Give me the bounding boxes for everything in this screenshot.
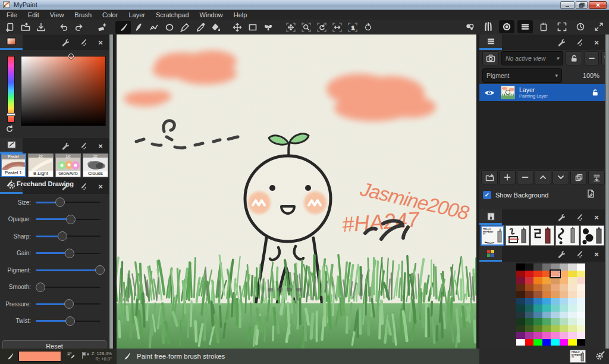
size-slider[interactable]: [36, 197, 101, 207]
close-panel-icon[interactable]: ×: [94, 181, 107, 192]
gain-slider[interactable]: [36, 249, 101, 258]
palette-swatch[interactable]: [542, 318, 551, 325]
close-panel-icon[interactable]: ×: [590, 37, 603, 48]
palette-swatch[interactable]: [542, 312, 551, 319]
palette-swatch[interactable]: [551, 291, 560, 298]
unlock-icon[interactable]: [591, 89, 599, 96]
palette-swatch[interactable]: [551, 332, 560, 339]
palette-swatch[interactable]: [568, 332, 577, 339]
symmetry-toggle-icon[interactable]: [462, 20, 478, 33]
zoom-1to1-icon[interactable]: 1: [345, 21, 360, 34]
open-file-icon[interactable]: [18, 21, 33, 34]
expand-panels-icon[interactable]: [591, 20, 607, 33]
tab-layers[interactable]: [479, 34, 502, 50]
brush-preset-clouds[interactable]: 1x: Clouds: [83, 153, 108, 177]
panel-settings-icon[interactable]: [76, 181, 89, 192]
pigment-slider[interactable]: [36, 265, 101, 275]
restore-button[interactable]: [576, 1, 588, 9]
menu-file[interactable]: File: [1, 10, 23, 20]
palette-swatch[interactable]: [525, 263, 534, 271]
brush-list-icon[interactable]: [481, 20, 496, 33]
right-panel-scrollbar[interactable]: [605, 34, 609, 349]
palette-swatch[interactable]: [533, 312, 542, 319]
menu-brush[interactable]: Brush: [69, 10, 97, 20]
zoom-view-icon[interactable]: [299, 21, 314, 34]
palette-swatch[interactable]: [560, 277, 569, 284]
palette-swatch[interactable]: [533, 305, 542, 312]
current-color-swatch[interactable]: [18, 351, 61, 362]
palette-swatch[interactable]: [568, 284, 577, 291]
palette-swatch[interactable]: [577, 271, 586, 278]
show-background-checkbox[interactable]: ✓: [483, 191, 491, 199]
eye-icon[interactable]: [484, 89, 495, 96]
palette-swatch[interactable]: [577, 291, 586, 298]
tab-palette[interactable]: [479, 246, 502, 262]
curve-tool-icon[interactable]: [177, 21, 193, 34]
palette-swatch[interactable]: [516, 312, 525, 319]
palette-swatch[interactable]: [577, 305, 586, 312]
tab-color-picker[interactable]: [0, 34, 23, 50]
menu-window[interactable]: Window: [194, 10, 228, 20]
palette-swatch[interactable]: [577, 263, 586, 271]
palette-swatch[interactable]: [560, 291, 569, 298]
palette-swatch[interactable]: [533, 298, 542, 305]
hue-marker[interactable]: [7, 113, 15, 116]
palette-swatch[interactable]: [542, 339, 551, 346]
new-layer-group-button[interactable]: [481, 170, 498, 184]
brush-settings-gear-icon[interactable]: [595, 351, 605, 363]
palette-swatch[interactable]: [525, 277, 534, 284]
palette-swatch[interactable]: [525, 305, 534, 312]
slider-handle[interactable]: [65, 249, 74, 258]
palette-swatch[interactable]: [516, 339, 525, 346]
left-panel-scrollbar[interactable]: [109, 34, 113, 349]
history-clock-icon[interactable]: [573, 20, 588, 33]
move-layer-icon[interactable]: [230, 21, 245, 34]
palette-swatch[interactable]: [533, 277, 542, 284]
current-brush-thumbnail[interactable]: HELLOMYPAINT!!!: [570, 350, 586, 363]
palette-swatch[interactable]: [525, 291, 534, 298]
palette-swatch[interactable]: [577, 339, 586, 346]
saturation-value-square[interactable]: [21, 56, 106, 126]
close-panel-icon[interactable]: ×: [94, 37, 107, 48]
menu-view[interactable]: View: [45, 10, 70, 20]
palette-swatch[interactable]: [516, 318, 525, 325]
panel-settings-icon[interactable]: [572, 212, 585, 222]
wrench-icon[interactable]: [554, 37, 567, 48]
undo-icon[interactable]: [56, 21, 71, 34]
palette-swatch[interactable]: [568, 271, 577, 278]
active-view-dropdown[interactable]: No active view▾: [501, 51, 563, 65]
layer-row-selected[interactable]: Layer Painting Layer: [479, 84, 605, 101]
rotate-view-icon[interactable]: [314, 21, 329, 34]
palette-swatch[interactable]: [551, 312, 560, 319]
opaque-slider[interactable]: [36, 215, 101, 224]
palette-swatch[interactable]: [525, 325, 534, 332]
brush-preset-blight[interactable]: 1x: B.Light: [28, 153, 54, 177]
palette-swatch[interactable]: [551, 325, 560, 332]
connected-lines-icon[interactable]: [146, 21, 162, 34]
recent-brush-1[interactable]: HELLOMYPAINT!!!: [481, 225, 504, 246]
menu-help[interactable]: Help: [228, 10, 253, 20]
remove-view-button[interactable]: [585, 51, 599, 65]
palette-swatch[interactable]: [568, 312, 577, 319]
palette-swatch[interactable]: [525, 284, 534, 291]
palette-swatch[interactable]: [551, 339, 560, 346]
pressure-slider[interactable]: [36, 299, 101, 309]
palette-swatch[interactable]: [551, 284, 560, 291]
palette-swatch[interactable]: [533, 325, 542, 332]
tab-recent-brushes[interactable]: [479, 209, 502, 225]
refresh-color-icon[interactable]: [5, 124, 14, 136]
palette-swatch[interactable]: [577, 312, 586, 319]
palette-swatch[interactable]: [568, 339, 577, 346]
palette-swatch[interactable]: [525, 312, 534, 319]
palette-swatch[interactable]: [577, 277, 586, 284]
wrench-icon[interactable]: [58, 140, 71, 151]
palette-swatch[interactable]: [516, 277, 525, 284]
palette-swatch[interactable]: [560, 312, 569, 319]
palette-swatch[interactable]: [542, 263, 551, 271]
palette-swatch[interactable]: [516, 284, 525, 291]
palette-swatch[interactable]: [577, 318, 586, 325]
palette-swatch[interactable]: [542, 298, 551, 305]
title-bar[interactable]: MyPaint: [0, 0, 609, 10]
new-file-icon[interactable]: [2, 21, 18, 34]
lower-layer-button[interactable]: [553, 170, 569, 184]
